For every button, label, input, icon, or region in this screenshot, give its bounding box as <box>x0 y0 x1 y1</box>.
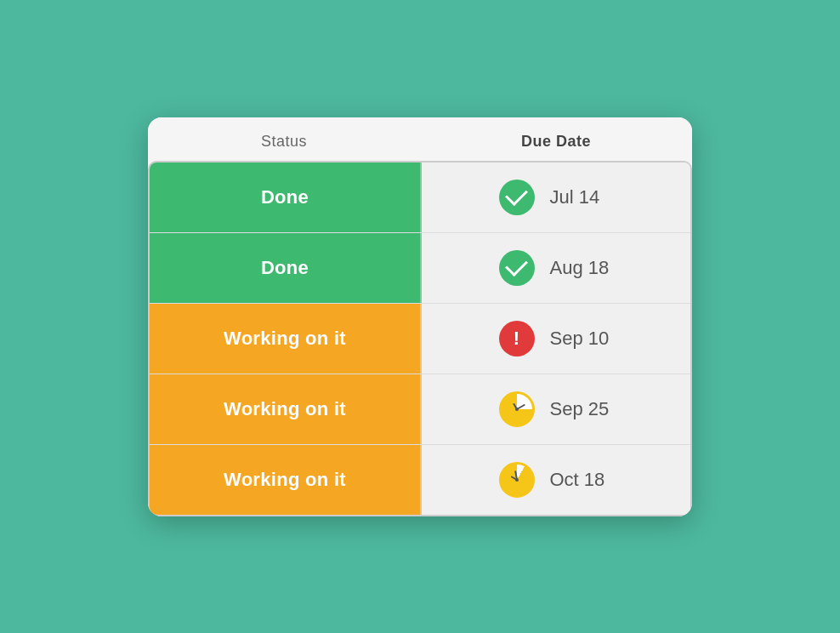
due-date-cell: Sep 25 <box>422 374 690 444</box>
table-row: Working on it Sep 25 <box>150 374 690 445</box>
due-date-value: Sep 25 <box>550 398 614 420</box>
due-date-cell: ! Sep 10 <box>422 304 690 374</box>
status-cell-working: Working on it <box>150 374 422 444</box>
status-label: Done <box>261 186 309 208</box>
due-date-value: Sep 10 <box>550 328 614 350</box>
table-row: Done Jul 14 <box>150 163 690 233</box>
status-label: Working on it <box>224 328 346 350</box>
status-label: Done <box>261 257 309 279</box>
table-row: Done Aug 18 <box>150 233 690 304</box>
status-cell-done: Done <box>150 163 422 232</box>
main-card: Status Due Date Done Jul 14 Done Aug 18 <box>148 117 692 516</box>
due-date-cell: Aug 18 <box>422 233 690 303</box>
alert-icon: ! <box>499 321 535 356</box>
due-date-column-header: Due Date <box>420 133 692 151</box>
status-cell-working: Working on it <box>150 445 422 515</box>
due-date-value: Oct 18 <box>550 469 614 491</box>
status-cell-done: Done <box>150 233 422 303</box>
status-label: Working on it <box>224 469 346 491</box>
column-headers: Status Due Date <box>148 117 692 161</box>
status-column-header: Status <box>148 133 420 151</box>
due-date-value: Aug 18 <box>550 257 614 279</box>
due-date-cell: Jul 14 <box>422 163 690 232</box>
due-date-cell: Oct 18 <box>422 445 690 515</box>
status-cell-working: Working on it <box>150 304 422 374</box>
clock-icon <box>499 462 535 498</box>
due-date-value: Jul 14 <box>550 186 614 208</box>
clock-icon <box>499 391 535 427</box>
table-row: Working on it Oct 18 <box>150 445 690 515</box>
check-icon <box>499 250 535 286</box>
status-label: Working on it <box>224 398 346 420</box>
table-row: Working on it ! Sep 10 <box>150 304 690 374</box>
table-body: Done Jul 14 Done Aug 18 Working on it ! <box>148 161 692 516</box>
check-icon <box>499 180 535 215</box>
